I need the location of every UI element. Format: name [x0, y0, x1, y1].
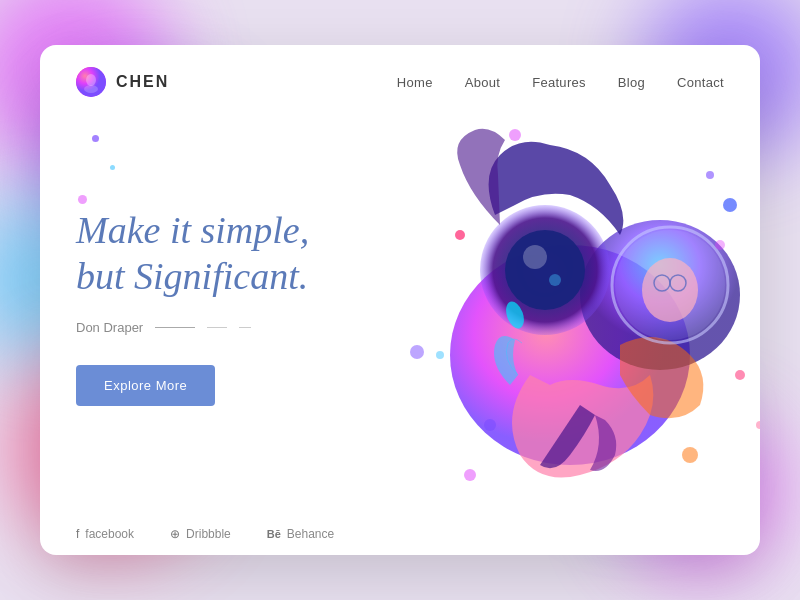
dribbble-icon: ⊕	[170, 527, 180, 541]
hero-section: Make it simple, but Significant. Don Dra…	[40, 115, 760, 489]
svg-point-6	[505, 230, 585, 310]
author-divider-2	[207, 327, 227, 328]
svg-point-20	[436, 351, 444, 359]
facebook-label: facebook	[85, 527, 134, 541]
hero-author: Don Draper	[76, 320, 368, 335]
svg-point-7	[523, 245, 547, 269]
svg-point-2	[84, 85, 98, 93]
deco-dot-1	[92, 135, 99, 142]
logo-text: CHEN	[116, 73, 169, 91]
explore-more-button[interactable]: Explore More	[76, 365, 215, 406]
footer-link-dribbble[interactable]: ⊕ Dribbble	[170, 527, 231, 541]
hero-headline-line1: Make it simple,	[76, 209, 309, 251]
main-card: CHEN Home About Features Blog Contact	[40, 45, 760, 555]
logo-area: CHEN	[76, 67, 169, 97]
svg-point-16	[455, 230, 465, 240]
svg-point-28	[756, 421, 760, 429]
logo-icon	[76, 67, 106, 97]
footer-link-facebook[interactable]: f facebook	[76, 527, 134, 541]
svg-point-17	[723, 198, 737, 212]
hero-headline: Make it simple, but Significant.	[76, 208, 368, 299]
footer: f facebook ⊕ Dribbble Bē Behance	[40, 513, 760, 555]
svg-point-24	[715, 240, 725, 250]
footer-link-behance[interactable]: Bē Behance	[267, 527, 334, 541]
hero-left: Make it simple, but Significant. Don Dra…	[76, 208, 368, 405]
hero-headline-line2: but Significant.	[76, 255, 308, 297]
svg-point-21	[735, 370, 745, 380]
svg-point-1	[86, 74, 96, 86]
author-name: Don Draper	[76, 320, 143, 335]
svg-point-22	[682, 447, 698, 463]
hero-illustration	[340, 75, 760, 495]
svg-point-19	[484, 419, 496, 431]
dribbble-label: Dribbble	[186, 527, 231, 541]
svg-point-23	[464, 469, 476, 481]
svg-point-18	[706, 171, 714, 179]
svg-point-27	[509, 129, 521, 141]
behance-label: Behance	[287, 527, 334, 541]
author-divider-1	[155, 327, 195, 328]
facebook-icon: f	[76, 527, 79, 541]
deco-dot-2	[110, 165, 115, 170]
svg-point-8	[549, 274, 561, 286]
author-divider-3	[239, 327, 251, 328]
behance-icon: Bē	[267, 528, 281, 540]
svg-point-12	[642, 258, 698, 322]
deco-dot-3	[78, 195, 87, 204]
